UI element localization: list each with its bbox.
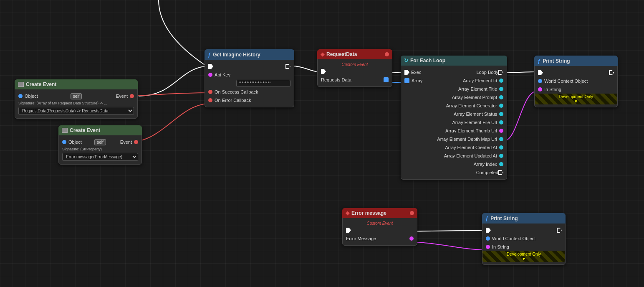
ps2-devonly-bar: Development Only ▼ [482,251,565,262]
fel-arrayid-label: Array Element Id [455,78,498,83]
fel-arrayindex-pin[interactable] [499,162,503,166]
create-event-1-event-pin[interactable] [130,94,134,98]
fel-title-pin[interactable] [499,87,503,91]
ps1-exec-in-pin[interactable] [538,70,543,75]
ps2-exec-out-pin[interactable] [557,228,562,233]
ps1-exec-out-pin[interactable] [609,70,614,75]
ps1-instring-pin[interactable] [538,87,542,91]
ps2-instring-row: In String [482,243,565,251]
create-event-1-object-pin[interactable] [18,94,23,98]
for-each-loop-body: Exec Loop Body Array Array Element Id Ar… [401,66,507,180]
ps2-exec-in-pin[interactable] [486,228,491,233]
error-message-header: ◆ Error message [342,208,417,218]
fel-updatedat-pin[interactable] [499,154,503,158]
ps2-world-context-row: World Context Object [482,234,565,243]
fel-loopbody-pin[interactable] [498,70,503,75]
print-string-2-title: Print String [490,216,518,221]
create-event-2-event-pin[interactable] [134,140,138,144]
for-each-loop-icon: ↻ [404,58,408,63]
create-event-2-dropdown-row: Error message(ErrorMessage) [59,152,141,162]
create-event-2-icon [62,128,68,133]
ps2-instring-pin[interactable] [486,245,490,249]
create-event-1-icon [18,82,24,87]
rd-requests-pin[interactable] [384,77,389,82]
ps1-world-context-row: World Context Object [535,77,617,85]
request-data-subtitle: Custom Event [318,62,392,67]
gih-exec-row [205,62,294,71]
gih-error-row: On Error Callback [205,96,294,104]
gih-error-pin[interactable] [208,98,212,102]
error-message-icon: ◆ [346,210,349,216]
create-event-1-node: Create Event Object self Event Signature… [15,79,138,119]
create-event-2-sig: Signature: (StrProperty) [59,146,141,152]
fel-thumburl-row: Array Element Thumb Url [401,127,507,135]
gih-apikey-pin[interactable] [208,73,212,77]
fel-arrayindex-label: Array Index [404,162,497,167]
fel-depthmapurl-label: Array Element Depth Map Url [404,137,497,142]
ps1-instring-label: In String [544,87,614,92]
gih-error-label: On Error Callback [215,98,290,103]
request-data-node: ◆ RequestData Custom Event Requests Data [317,49,392,87]
create-event-1-header: Create Event [15,79,138,89]
fel-status-pin[interactable] [499,112,503,116]
fel-fileurl-pin[interactable] [499,120,503,124]
request-data-body: Custom Event Requests Data [317,59,392,87]
gih-success-label: On Success Callback [215,89,290,94]
ps2-world-context-label: World Context Object [492,236,562,241]
get-imagine-history-body: Api Key On Success Callback On Error Cal… [205,60,294,107]
create-event-1-sig: Signature: (Array of My Request Data Str… [15,100,137,106]
fel-createdat-pin[interactable] [499,145,503,150]
ps2-instring-label: In String [492,244,562,249]
gih-success-pin[interactable] [208,90,212,94]
print-string-1-header: ƒ Print String [534,56,618,66]
fel-generator-label: Array Element Generator [404,103,497,108]
fel-generator-pin[interactable] [499,104,503,108]
error-message-node: ◆ Error message Custom Event Error Messa… [342,208,417,246]
fel-status-label: Array Element Status [404,112,497,117]
ps2-devonly-label: Development Only [507,252,541,257]
ps1-exec-row [535,69,617,77]
gih-apikey-input[interactable] [236,80,290,87]
fel-array-label: Array [412,78,455,83]
create-event-1-object-row: Object self Event [15,92,137,100]
ps2-world-context-pin[interactable] [486,236,490,241]
ps1-devonly-bar: Development Only ▼ [535,94,617,104]
fel-status-row: Array Element Status [401,110,507,118]
create-event-2-dropdown[interactable]: Error message(ErrorMessage) [62,153,138,161]
fel-prompt-pin[interactable] [499,95,503,99]
request-data-close-pin[interactable] [385,52,389,56]
fel-completed-pin[interactable] [498,170,503,175]
fel-loopbody-label: Loop Body [455,70,499,75]
fel-completed-row: Completed [401,168,507,177]
print-string-1-node: ƒ Print String World Context Object In S… [534,56,618,107]
for-each-loop-node: ↻ For Each Loop Exec Loop Body Array Arr… [401,56,507,180]
gih-apikey-label: Api Key [215,72,290,77]
self-badge-2: self [94,139,106,145]
gih-exec-in-pin[interactable] [208,64,213,69]
get-imagine-history-title: Get Imagine History [213,52,260,58]
fel-arrayid-pin[interactable] [499,79,503,83]
em-errormsg-pin[interactable] [409,236,414,241]
print-string-2-header: ƒ Print String [482,213,566,224]
create-event-1-object-label: Object [25,94,69,99]
fel-exec-in-pin[interactable] [404,70,409,75]
fel-thumburl-pin[interactable] [499,129,503,133]
fel-exec-row: Exec Loop Body [401,68,507,76]
error-message-close-pin[interactable] [410,211,414,215]
gih-exec-out-pin[interactable] [285,64,290,69]
print-string-2-icon: ƒ [485,215,488,221]
fel-arrayindex-row: Array Index [401,160,507,168]
fel-depthmapurl-pin[interactable] [499,137,503,141]
create-event-2-object-pin[interactable] [62,140,66,144]
fel-prompt-row: Array Element Prompt [401,93,507,102]
fel-fileurl-row: Array Element File Url [401,118,507,127]
em-exec-row [343,226,417,234]
gih-apikey-row: Api Key [205,71,294,79]
rd-requests-row: Requests Data [318,76,392,84]
create-event-1-dropdown[interactable]: RequestData(RequestsData) -> RequestsDat… [18,107,134,115]
ps1-world-context-pin[interactable] [538,79,542,83]
fel-array-in-pin[interactable] [404,78,409,83]
rd-exec-in-pin[interactable] [321,69,326,74]
create-event-2-object-row: Object self Event [59,138,141,146]
em-exec-in-pin[interactable] [346,228,351,233]
